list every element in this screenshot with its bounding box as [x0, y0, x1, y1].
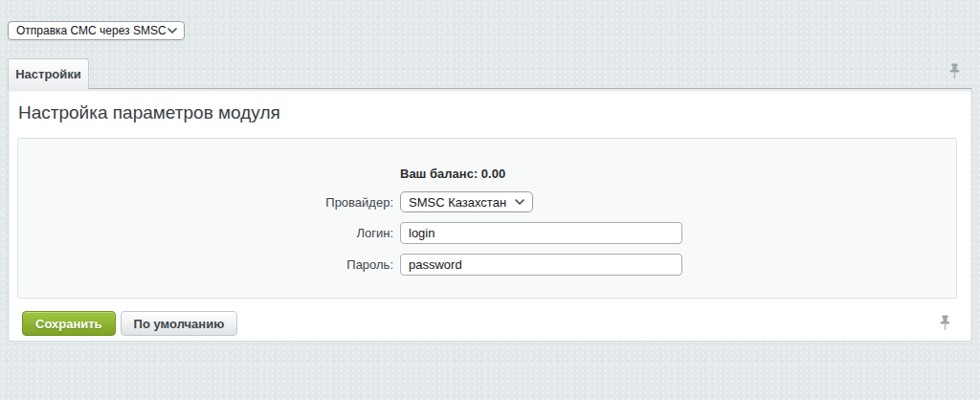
provider-label: Провайдер: [18, 195, 400, 210]
chevron-down-icon [515, 199, 524, 205]
save-button[interactable]: Сохранить [22, 311, 116, 336]
balance-text: Ваш баланс: 0.00 [400, 167, 505, 182]
provider-select[interactable]: SMSC Казахстан [400, 191, 533, 212]
default-button[interactable]: По умолчанию [121, 311, 238, 336]
settings-panel: Настройка параметров модуля Ваш баланс: … [8, 88, 972, 342]
tab-settings-label: Настройки [15, 67, 81, 81]
balance-row: Ваш баланс: 0.00 [18, 167, 956, 182]
page-title: Настройка параметров модуля [18, 102, 280, 123]
login-row: Логин: [18, 222, 956, 244]
module-select[interactable]: Отправка СМС через SMSC [8, 21, 185, 40]
admin-page: Отправка СМС через SMSC Настройки Настро… [0, 0, 980, 400]
pin-icon[interactable] [939, 315, 951, 331]
module-select-value: Отправка СМС через SMSC [16, 24, 167, 37]
provider-select-value: SMSC Казахстан [409, 195, 506, 210]
login-input[interactable] [400, 222, 682, 244]
pin-icon[interactable] [948, 63, 961, 79]
password-label: Пароль: [18, 257, 400, 272]
module-settings-form: Ваш баланс: 0.00 Провайдер: SMSC Казахст… [17, 138, 957, 299]
chevron-down-icon [167, 28, 177, 33]
password-row: Пароль: [18, 254, 956, 276]
login-label: Логин: [18, 226, 400, 240]
tab-settings[interactable]: Настройки [8, 58, 89, 89]
provider-row: Провайдер: SMSC Казахстан [18, 191, 956, 212]
password-input[interactable] [400, 254, 682, 276]
form-actions: Сохранить По умолчанию [22, 311, 237, 336]
